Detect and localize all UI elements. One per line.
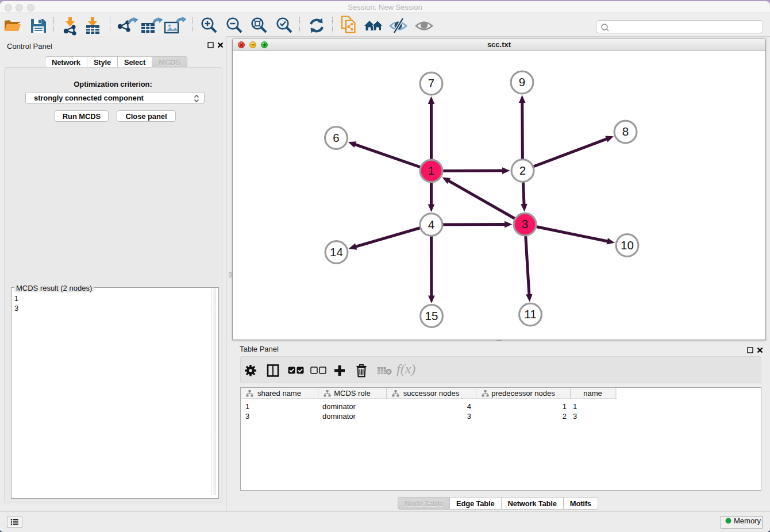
svg-text:15: 15 (425, 309, 438, 322)
svg-text:4: 4 (428, 218, 434, 231)
svg-text:6: 6 (333, 131, 339, 144)
svg-text:2: 2 (519, 164, 526, 177)
svg-text:3: 3 (522, 217, 528, 230)
svg-text:9: 9 (519, 75, 525, 88)
svg-text:1: 1 (428, 164, 434, 177)
svg-text:11: 11 (524, 307, 536, 321)
svg-text:7: 7 (428, 76, 434, 90)
svg-text:10: 10 (621, 238, 634, 252)
svg-text:14: 14 (330, 245, 343, 259)
svg-text:8: 8 (622, 125, 629, 138)
